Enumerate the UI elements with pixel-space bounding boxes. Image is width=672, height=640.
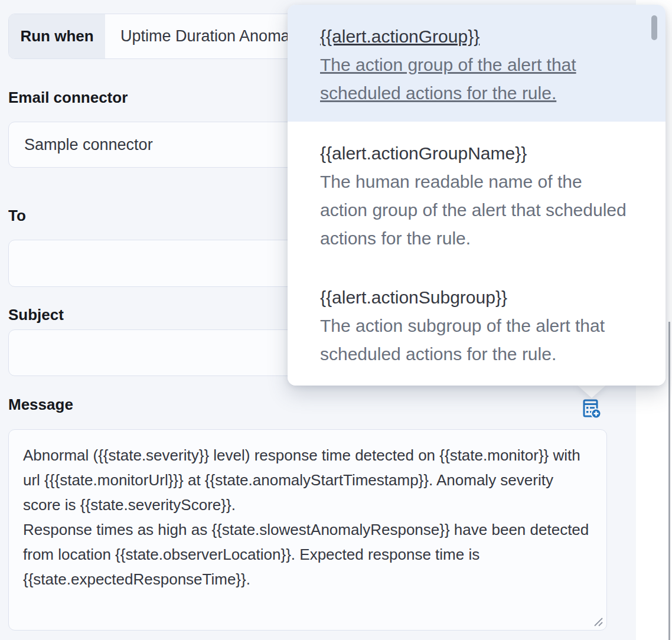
variable-description: The human readable name of the action gr… [320, 168, 627, 253]
variables-popover: {{alert.actionGroup}} The action group o… [288, 5, 666, 386]
list-add-icon [581, 399, 602, 420]
email-connector-label: Email connector [8, 89, 128, 107]
variable-title: {{alert.actionSubgroup}} [320, 283, 627, 312]
resize-handle-icon[interactable] [592, 616, 604, 628]
subject-label: Subject [8, 306, 64, 324]
variable-description: The action subgroup of the alert that sc… [320, 312, 627, 368]
to-label: To [8, 207, 26, 225]
run-when-label: Run when [9, 14, 105, 58]
message-field: Abnormal ({{state.severity}} level) resp… [8, 429, 607, 631]
window-scrollbar[interactable] [668, 322, 670, 640]
variable-title: {{alert.actionGroupName}} [320, 139, 627, 168]
popover-scrollbar-thumb[interactable] [651, 15, 657, 40]
variable-title: {{alert.actionGroup}} [320, 22, 627, 51]
rule-actions-panel: Run when Uptime Duration Anomaly Email c… [0, 0, 672, 640]
variable-option-action-subgroup[interactable]: {{alert.actionSubgroup}} The action subg… [288, 270, 666, 386]
message-label: Message [8, 396, 73, 414]
message-textarea[interactable]: Abnormal ({{state.severity}} level) resp… [8, 429, 607, 631]
variable-option-action-group-name[interactable]: {{alert.actionGroupName}} The human read… [288, 122, 666, 270]
variable-description: The action group of the alert that sched… [320, 51, 627, 107]
add-rule-variable-button[interactable] [581, 399, 602, 420]
popover-arrow [576, 384, 607, 398]
variable-option-action-group[interactable]: {{alert.actionGroup}} The action group o… [288, 5, 666, 122]
